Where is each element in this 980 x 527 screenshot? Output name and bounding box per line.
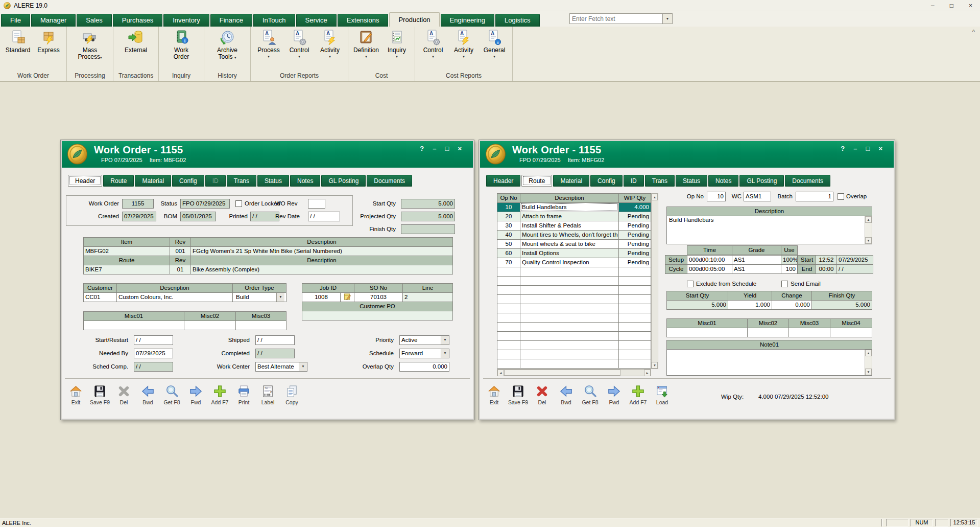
grid-description-cell[interactable]: Install Options: [520, 249, 618, 258]
tab-trans[interactable]: Trans: [645, 175, 675, 187]
menu-tab-production[interactable]: Production: [389, 12, 439, 27]
batch-field[interactable]: 1: [796, 192, 833, 201]
menu-tab-inventory[interactable]: Inventory: [163, 14, 209, 27]
delete-button[interactable]: Del: [112, 384, 136, 405]
tab-config[interactable]: Config: [590, 175, 623, 187]
tab-gl-posting[interactable]: GL Posting: [321, 175, 366, 187]
maximize-button[interactable]: □: [445, 145, 449, 152]
label-button[interactable]: TOPLabel: [256, 384, 280, 405]
misc02-cell[interactable]: [184, 321, 235, 330]
scroll-up-icon[interactable]: ▲: [865, 350, 872, 356]
note-textarea[interactable]: ▲ ▼: [666, 349, 872, 376]
load-button[interactable]: Load: [650, 384, 674, 405]
mass-process-button[interactable]: Mass Process▾: [71, 29, 108, 61]
grid-description-cell[interactable]: Mount tires to Wheels, don't forget th: [520, 231, 618, 239]
grid-op-cell[interactable]: 70: [497, 258, 520, 267]
grid-op-cell[interactable]: 50: [497, 240, 520, 248]
save-button[interactable]: Save F9: [88, 384, 112, 405]
grid-wip-cell[interactable]: Pending: [619, 258, 651, 267]
cost-control-button[interactable]: A Control ▾: [418, 29, 448, 59]
grid-op-cell[interactable]: 30: [497, 221, 520, 230]
process-reports-button[interactable]: A Process ▾: [253, 29, 284, 59]
help-button[interactable]: ?: [841, 145, 845, 152]
grid-op-cell[interactable]: 40: [497, 231, 520, 239]
tab-status[interactable]: Status: [676, 175, 707, 187]
scrollbar-thumb[interactable]: [504, 370, 620, 376]
grid-description-cell[interactable]: Quality Control Inspection: [520, 258, 618, 267]
menu-tab-service[interactable]: Service: [296, 14, 337, 27]
work-center-dropdown[interactable]: Best Alternate▼: [255, 362, 307, 372]
wc-field[interactable]: ASM1: [744, 192, 771, 201]
grid-description-cell[interactable]: Attach to frame: [520, 212, 618, 221]
grid-op-cell[interactable]: 10: [497, 203, 520, 212]
scroll-down-icon[interactable]: ▼: [865, 237, 872, 244]
grid-description-cell[interactable]: Build Handlebars: [520, 203, 618, 212]
grid-wip-cell[interactable]: Pending: [619, 249, 651, 258]
close-button[interactable]: ×: [878, 145, 882, 152]
tab-documents[interactable]: Documents: [367, 175, 412, 187]
print-button[interactable]: Print: [232, 384, 256, 405]
control-reports-button[interactable]: A Control ▾: [284, 29, 315, 59]
forward-button[interactable]: Fwd: [184, 384, 208, 405]
customer-cell[interactable]: CC01: [84, 293, 116, 302]
grid-wip-cell[interactable]: Pending: [619, 221, 651, 230]
tab-material[interactable]: Material: [553, 175, 589, 187]
order-type-dropdown[interactable]: Build▼: [233, 293, 286, 302]
external-button[interactable]: External: [121, 29, 151, 54]
tab-id[interactable]: ID: [624, 175, 644, 187]
app-close-button[interactable]: ×: [969, 2, 972, 9]
dropdown-arrow-icon[interactable]: ▼: [441, 336, 449, 345]
maximize-button[interactable]: □: [866, 145, 870, 152]
tab-config[interactable]: Config: [172, 175, 204, 187]
scroll-left-icon[interactable]: ◄: [497, 370, 504, 376]
tab-route[interactable]: Route: [103, 175, 134, 187]
job-id-cell[interactable]: 1008: [302, 293, 340, 302]
misc02-cell[interactable]: [748, 328, 788, 337]
grid-wip-cell[interactable]: Pending: [619, 231, 651, 239]
grid-wip-cell[interactable]: Pending: [619, 212, 651, 221]
priority-dropdown[interactable]: Active▼: [399, 335, 449, 345]
job-edit-cell[interactable]: [341, 293, 354, 302]
grid-wip-cell[interactable]: Pending: [619, 240, 651, 248]
grid-vertical-scrollbar[interactable]: ▲ ▼: [651, 193, 658, 369]
exit-button[interactable]: Exit: [64, 384, 88, 405]
cycle-grade-cell[interactable]: AS1: [732, 265, 781, 273]
tab-documents[interactable]: Documents: [785, 175, 830, 187]
tab-notes[interactable]: Notes: [290, 175, 320, 187]
work-order-inquiry-button[interactable]: i Work Order: [166, 29, 197, 60]
app-minimize-button[interactable]: –: [931, 2, 935, 9]
copy-button[interactable]: Copy: [280, 384, 304, 405]
grid-wip-cell[interactable]: 4.000: [619, 203, 651, 212]
backward-button[interactable]: Bwd: [136, 384, 160, 405]
fetch-dropdown-icon[interactable]: ▼: [663, 13, 673, 24]
customer-description-cell[interactable]: Custom Colours, Inc.: [117, 293, 232, 302]
grid-description-cell[interactable]: Mount wheels & seat to bike: [520, 240, 618, 248]
send-email-checkbox[interactable]: [781, 281, 788, 287]
menu-tab-finance[interactable]: Finance: [210, 14, 252, 27]
needed-by-field[interactable]: 07/29/2025: [134, 349, 173, 358]
fetch-input[interactable]: [569, 13, 663, 24]
tab-header[interactable]: Header: [486, 175, 520, 187]
dropdown-arrow-icon[interactable]: ▼: [299, 362, 307, 371]
item-cell[interactable]: MBFG02: [84, 247, 170, 256]
menu-tab-manager[interactable]: Manager: [31, 14, 76, 27]
tab-route[interactable]: Route: [521, 175, 552, 187]
tab-trans[interactable]: Trans: [227, 175, 256, 187]
menu-tab-purchases[interactable]: Purchases: [113, 14, 162, 27]
add-button[interactable]: Add F7: [208, 384, 232, 405]
change-cell[interactable]: 0.000: [772, 301, 811, 309]
cost-activity-button[interactable]: A Activity ▾: [448, 29, 479, 59]
get-button[interactable]: Get F8: [578, 384, 602, 405]
op-description-textarea[interactable]: Build Handlebars ▲ ▼: [666, 216, 872, 244]
scroll-up-icon[interactable]: ▲: [865, 216, 872, 223]
misc03-cell[interactable]: [789, 328, 830, 337]
standard-button[interactable]: Standard: [3, 29, 33, 54]
delete-button[interactable]: Del: [530, 384, 554, 405]
scroll-down-icon[interactable]: ▼: [865, 369, 872, 375]
express-button[interactable]: Express: [33, 29, 64, 54]
tab-gl-posting[interactable]: GL Posting: [739, 175, 784, 187]
menu-tab-intouch[interactable]: InTouch: [253, 14, 295, 27]
general-button[interactable]: Ai General ▾: [479, 29, 510, 59]
scroll-up-icon[interactable]: ▲: [652, 194, 658, 200]
misc01-cell[interactable]: [84, 321, 184, 330]
